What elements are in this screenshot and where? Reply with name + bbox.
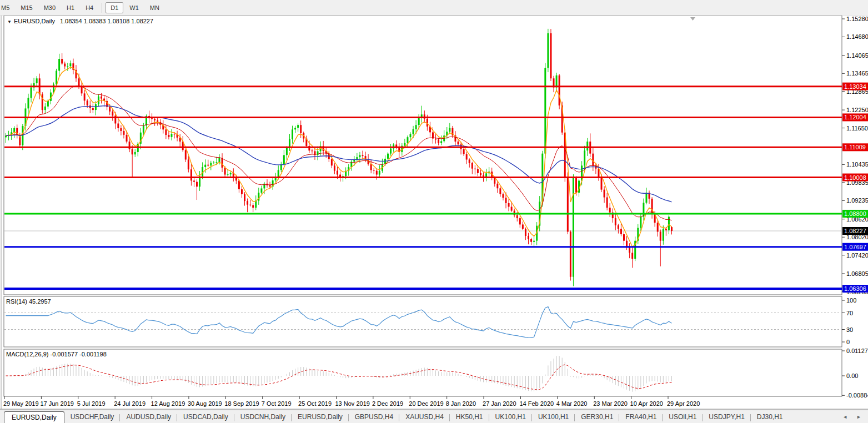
rsi-indicator-label: RSI(14) 45.2957 [6, 298, 51, 305]
macd-indicator-label: MACD(12,26,9) -0.001577 -0.001198 [6, 351, 107, 357]
toolbar-separator [102, 3, 102, 13]
chart-title: ▼EURUSD,Daily1.08354 1.08383 1.08108 1.0… [7, 18, 153, 24]
chart-tab-bar: EURUSD,DailyUSDCHF,DailyAUDUSD,DailyUSDC… [0, 410, 868, 423]
svg-text:18 Sep 2019: 18 Sep 2019 [224, 400, 259, 407]
chart-tab-ger30-h1[interactable]: GER30,H1 [575, 411, 619, 422]
chart-title-symbol: EURUSD,Daily [14, 18, 55, 24]
terminal-window: M5M15M30H1H4D1W1MN 1.152801.146801.14065… [0, 0, 868, 423]
timeframe-button-m15[interactable]: M15 [16, 2, 37, 13]
svg-text:2 Dec 2019: 2 Dec 2019 [372, 400, 403, 407]
svg-text:27 Jan 2020: 27 Jan 2020 [483, 400, 516, 407]
svg-text:10 Apr 2020: 10 Apr 2020 [630, 400, 663, 407]
svg-text:0: 0 [846, 339, 850, 345]
svg-text:1.11650: 1.11650 [846, 125, 868, 132]
svg-text:1.12004: 1.12004 [844, 114, 866, 120]
timeframe-toolbar: M5M15M30H1H4D1W1MN [0, 0, 868, 16]
svg-text:25 Oct 2019: 25 Oct 2019 [298, 400, 332, 407]
svg-text:1.08800: 1.08800 [844, 210, 866, 217]
chart-tab-usoil-h1[interactable]: USOil,H1 [663, 411, 703, 422]
svg-text:8 Jan 2020: 8 Jan 2020 [446, 400, 476, 407]
svg-text:29 May 2019: 29 May 2019 [3, 400, 39, 407]
timeframe-button-d1[interactable]: D1 [106, 2, 123, 13]
svg-text:1.06805: 1.06805 [846, 270, 868, 277]
chart-tab-usdchf-daily[interactable]: USDCHF,Daily [64, 411, 121, 422]
svg-text:17 Jun 2019: 17 Jun 2019 [40, 400, 74, 407]
svg-text:100: 100 [846, 297, 856, 304]
svg-text:1.08020: 1.08020 [846, 234, 868, 240]
chart-tab-xauusd-h4[interactable]: XAUUSD,H4 [399, 411, 450, 422]
svg-text:1.06306: 1.06306 [844, 285, 866, 292]
svg-text:5 Jul 2019: 5 Jul 2019 [77, 400, 106, 407]
svg-text:20 Dec 2019: 20 Dec 2019 [409, 400, 443, 407]
svg-text:23 Mar 2020: 23 Mar 2020 [593, 400, 628, 407]
chart-tab-fra40-h1[interactable]: FRA40,H1 [619, 411, 663, 422]
svg-text:1.14680: 1.14680 [846, 33, 868, 40]
svg-text:1.10435: 1.10435 [846, 161, 868, 168]
svg-text:1.07420: 1.07420 [846, 252, 868, 259]
chart-title-ohlc: 1.08354 1.08383 1.08108 1.08227 [60, 18, 153, 24]
svg-text:4 Mar 2020: 4 Mar 2020 [556, 400, 588, 407]
timeframe-button-h1[interactable]: H1 [62, 2, 79, 13]
svg-text:1.13465: 1.13465 [846, 70, 868, 77]
svg-text:0.011277: 0.011277 [846, 348, 868, 354]
tab-scroll-left-icon[interactable]: ◄ [842, 414, 847, 420]
chart-tab-uk100-h1[interactable]: UK100,H1 [489, 411, 532, 422]
chart-tab-gbpusd-h4[interactable]: GBPUSD,H4 [349, 411, 399, 422]
svg-text:1.12250: 1.12250 [846, 107, 868, 113]
svg-text:1.09235: 1.09235 [846, 197, 868, 204]
chart-tab-hk50-h1[interactable]: HK50,H1 [450, 411, 489, 422]
svg-text:13 Nov 2019: 13 Nov 2019 [335, 400, 370, 407]
price-chart-canvas[interactable]: 1.152801.146801.140651.134651.128651.122… [0, 0, 868, 410]
svg-text:7 Oct 2019: 7 Oct 2019 [262, 400, 292, 407]
chart-tab-usdcad-daily[interactable]: USDCAD,Daily [177, 411, 234, 422]
panel-frames [4, 16, 842, 396]
chart-tab-usdcnh-daily[interactable]: USDCNH,Daily [234, 411, 292, 422]
tab-scroll-right-icon[interactable]: ► [856, 414, 861, 420]
svg-text:30: 30 [846, 326, 853, 333]
chart-tab-dj30-h1[interactable]: DJ30,H1 [751, 411, 789, 422]
chart-tabs: EURUSD,DailyUSDCHF,DailyAUDUSD,DailyUSDC… [0, 411, 789, 423]
svg-text:30 Aug 2019: 30 Aug 2019 [188, 400, 222, 407]
timeframe-button-m5[interactable]: M5 [0, 2, 14, 13]
svg-text:1.13034: 1.13034 [844, 83, 866, 90]
svg-text:12 Aug 2019: 12 Aug 2019 [151, 400, 185, 407]
svg-text:70: 70 [846, 310, 853, 316]
svg-text:14 Feb 2020: 14 Feb 2020 [519, 400, 554, 407]
chart-tab-eurusd-daily[interactable]: EURUSD,Daily [292, 411, 349, 422]
svg-text:1.08227: 1.08227 [844, 228, 866, 234]
svg-text:-0.008845: -0.008845 [846, 392, 868, 399]
chart-tab-audusd-daily[interactable]: AUDUSD,Daily [120, 411, 177, 422]
svg-text:0.00: 0.00 [846, 372, 858, 379]
chart-tab-eurusd-daily[interactable]: EURUSD,Daily [4, 411, 64, 423]
timeframe-button-h4[interactable]: H4 [81, 2, 98, 13]
svg-text:1.14065: 1.14065 [846, 52, 868, 59]
svg-text:1.07697: 1.07697 [844, 244, 866, 250]
tab-scrollers: ◄ ► [842, 414, 868, 420]
timeframe-button-w1[interactable]: W1 [124, 2, 144, 13]
svg-text:24 Jul 2019: 24 Jul 2019 [114, 400, 145, 407]
svg-text:1.15280: 1.15280 [846, 16, 868, 22]
chart-tab-uk100-h1[interactable]: UK100,H1 [532, 411, 575, 422]
svg-text:1.10008: 1.10008 [844, 174, 866, 181]
timeframe-button-m30[interactable]: M30 [39, 2, 61, 13]
svg-text:1.11009: 1.11009 [844, 144, 866, 150]
timeframe-button-mn[interactable]: MN [145, 2, 164, 13]
chart-tab-usdjpy-h1[interactable]: USDJPY,H1 [703, 411, 750, 422]
symbol-dropdown-icon[interactable]: ▼ [7, 19, 12, 24]
svg-text:29 Apr 2020: 29 Apr 2020 [667, 400, 700, 407]
